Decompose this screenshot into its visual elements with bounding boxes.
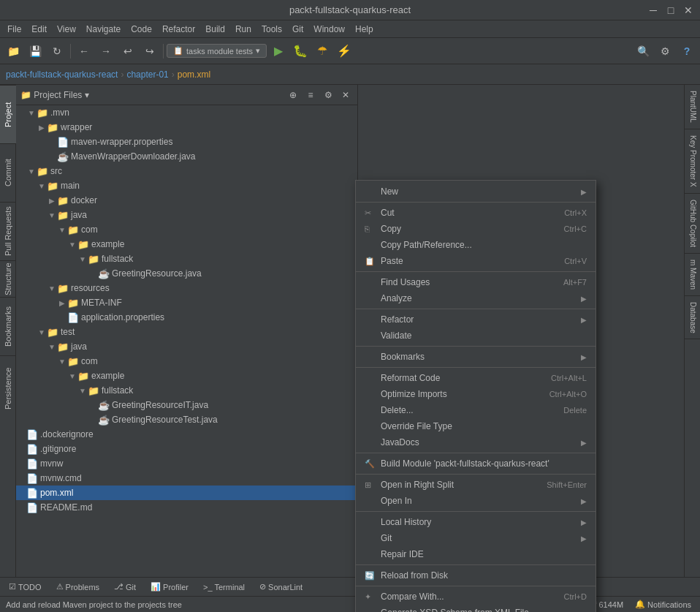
tree-item-wrapper[interactable]: ▶ 📁 wrapper xyxy=(16,120,357,135)
ctx-item-generate-xsd[interactable]: Generate XSD Schema from XML File... xyxy=(356,605,596,612)
ctx-item-copy-path[interactable]: Copy Path/Reference... xyxy=(356,237,596,253)
tree-item-dockerignore[interactable]: 📄 .dockerignore xyxy=(16,427,357,442)
ctx-item-cut[interactable]: ✂ Cut Ctrl+X xyxy=(356,205,596,221)
sidebar-item-structure[interactable]: Structure xyxy=(0,260,16,297)
ctx-item-bookmarks[interactable]: Bookmarks ▶ xyxy=(356,349,596,365)
bottom-tab-profiler[interactable]: 📊 Profiler xyxy=(145,581,194,593)
menu-navigate[interactable]: Navigate xyxy=(82,23,125,36)
profile-button[interactable]: ⚡ xyxy=(334,41,354,61)
close-button[interactable]: ✕ xyxy=(682,4,694,16)
menu-window[interactable]: Window xyxy=(309,23,349,36)
settings-btn[interactable]: ⚙ xyxy=(655,41,675,61)
menu-build[interactable]: Build xyxy=(201,23,229,36)
ctx-item-reformat[interactable]: Reformat Code Ctrl+Alt+L xyxy=(356,370,596,386)
run-configuration[interactable]: 📋 tasks module tests ▾ xyxy=(167,44,267,58)
toolbar-back-btn[interactable]: ← xyxy=(74,41,94,61)
tree-item-greeting-test[interactable]: ☕ GreetingResourceTest.java xyxy=(16,412,357,427)
ctx-item-javadocs[interactable]: JavaDocs ▶ xyxy=(356,434,596,450)
toolbar-forward-btn[interactable]: → xyxy=(96,41,116,61)
ctx-item-delete[interactable]: Delete... Delete xyxy=(356,402,596,418)
tree-item-greeting-resource[interactable]: ☕ GreetingResource.java xyxy=(16,266,357,281)
menu-run[interactable]: Run xyxy=(231,23,256,36)
tree-item-greeting-it[interactable]: ☕ GreetingResourceIT.java xyxy=(16,398,357,412)
tree-item-java-test[interactable]: ▼ 📁 java xyxy=(16,339,357,354)
coverage-button[interactable]: ☂ xyxy=(312,41,332,61)
bottom-tab-problems[interactable]: ⚠ Problems xyxy=(50,581,105,593)
tree-item-app-props[interactable]: 📄 application.properties xyxy=(16,310,357,325)
ctx-item-find-usages[interactable]: Find Usages Alt+F7 xyxy=(356,274,596,290)
ctx-item-open-in[interactable]: Open In ▶ xyxy=(356,493,596,509)
tree-item-mvnw[interactable]: 📄 mvnw xyxy=(16,456,357,471)
breadcrumb-chapter[interactable]: chapter-01 xyxy=(126,69,168,80)
tree-item-mvn[interactable]: ▼ 📁 .mvn xyxy=(16,105,357,120)
bottom-tab-sonarlint[interactable]: ⊘ SonarLint xyxy=(254,581,308,593)
panel-scope-btn[interactable]: ⊕ xyxy=(286,88,300,102)
ctx-item-optimize[interactable]: Optimize Imports Ctrl+Alt+O xyxy=(356,386,596,402)
tree-item-meta-inf[interactable]: ▶ 📁 META-INF xyxy=(16,295,357,310)
menu-code[interactable]: Code xyxy=(126,23,156,36)
menu-tools[interactable]: Tools xyxy=(257,23,286,36)
help-btn[interactable]: ? xyxy=(677,41,697,61)
minimize-button[interactable]: ─ xyxy=(647,4,659,16)
ctx-item-repair-ide[interactable]: Repair IDE xyxy=(356,546,596,562)
tree-item-resources[interactable]: ▼ 📁 resources xyxy=(16,281,357,295)
sidebar-item-bookmarks[interactable]: Bookmarks xyxy=(0,297,16,355)
breadcrumb-project[interactable]: packt-fullstack-quarkus-react xyxy=(6,69,118,80)
tree-item-docker[interactable]: ▶ 📁 docker xyxy=(16,193,357,208)
tree-item-pomxml[interactable]: 📄 pom.xml xyxy=(16,486,357,500)
ctx-item-paste[interactable]: 📋 Paste Ctrl+V xyxy=(356,253,596,269)
tree-item-fullstack[interactable]: ▼ 📁 fullstack xyxy=(16,252,357,266)
bottom-tab-todo[interactable]: ☑ TODO xyxy=(3,581,47,593)
ctx-item-compare[interactable]: ✦ Compare With... Ctrl+D xyxy=(356,589,596,605)
tree-item-com-test[interactable]: ▼ 📁 com xyxy=(16,354,357,369)
ctx-item-open-right-split[interactable]: ⊞ Open in Right Split Shift+Enter xyxy=(356,477,596,493)
ctx-item-override-type[interactable]: Override File Type xyxy=(356,418,596,434)
ctx-item-reload[interactable]: 🔄 Reload from Disk xyxy=(356,567,596,583)
tree-item-example[interactable]: ▼ 📁 example xyxy=(16,237,357,252)
maximize-button[interactable]: □ xyxy=(665,4,677,16)
right-tab-plantuml[interactable]: PlantUML xyxy=(685,85,700,129)
toolbar-undo-btn[interactable]: ↩ xyxy=(118,41,138,61)
panel-gear-btn[interactable]: ⚙ xyxy=(321,88,335,102)
ctx-item-copy[interactable]: ⎘ Copy Ctrl+C xyxy=(356,221,596,237)
ctx-item-build-module[interactable]: 🔨 Build Module 'packt-fullstack-quarkus-… xyxy=(356,456,596,472)
panel-collapse-btn[interactable]: ≡ xyxy=(303,88,318,102)
sidebar-item-persistence[interactable]: Persistence xyxy=(0,355,16,421)
sidebar-item-commit[interactable]: Commit xyxy=(0,143,16,202)
ctx-item-analyze[interactable]: Analyze ▶ xyxy=(356,290,596,306)
ctx-item-new[interactable]: New ▶ xyxy=(356,184,596,200)
right-tab-github-copilot[interactable]: GitHub Copilot xyxy=(685,194,700,254)
tree-item-src[interactable]: ▼ 📁 src xyxy=(16,164,357,178)
breadcrumb-file[interactable]: pom.xml xyxy=(178,69,210,80)
right-tab-maven[interactable]: m Maven xyxy=(685,254,700,296)
bottom-tab-terminal[interactable]: >_ Terminal xyxy=(197,581,251,593)
sidebar-item-pull-requests[interactable]: Pull Requests xyxy=(0,202,16,260)
notifications-button[interactable]: 🔔 Notifications xyxy=(632,600,694,609)
tree-item-example-test[interactable]: ▼ 📁 example xyxy=(16,369,357,383)
menu-edit[interactable]: Edit xyxy=(27,23,51,36)
debug-button[interactable]: 🐛 xyxy=(290,41,311,61)
tree-item-java[interactable]: ▼ 📁 java xyxy=(16,208,357,222)
toolbar-save-btn[interactable]: 💾 xyxy=(25,41,45,61)
tree-item-fullstack-test[interactable]: ▼ 📁 fullstack xyxy=(16,383,357,398)
tree-item-maven-wrapper-props[interactable]: 📄 maven-wrapper.properties xyxy=(16,135,357,149)
toolbar-sync-btn[interactable]: ↻ xyxy=(47,41,67,61)
tree-item-mvnwcmd[interactable]: 📄 mvnw.cmd xyxy=(16,471,357,486)
tree-item-readme[interactable]: 📄 README.md xyxy=(16,500,357,515)
right-tab-key-promoter[interactable]: Key Promoter X xyxy=(685,129,700,194)
tree-item-gitignore[interactable]: 📄 .gitignore xyxy=(16,442,357,456)
tree-item-maven-downloader[interactable]: ☕ MavenWrapperDownloader.java xyxy=(16,149,357,164)
ctx-item-refactor[interactable]: Refactor ▶ xyxy=(356,311,596,328)
menu-refactor[interactable]: Refactor xyxy=(158,23,199,36)
search-everywhere-btn[interactable]: 🔍 xyxy=(633,41,653,61)
sidebar-item-project[interactable]: Project xyxy=(0,85,16,143)
tree-item-com[interactable]: ▼ 📁 com xyxy=(16,222,357,237)
tree-item-main[interactable]: ▼ 📁 main xyxy=(16,178,357,193)
menu-file[interactable]: File xyxy=(3,23,26,36)
menu-git[interactable]: Git xyxy=(288,23,308,36)
toolbar-open-btn[interactable]: 📁 xyxy=(3,41,23,61)
ctx-item-git[interactable]: Git ▶ xyxy=(356,530,596,546)
menu-help[interactable]: Help xyxy=(351,23,378,36)
right-tab-database[interactable]: Database xyxy=(685,296,700,340)
panel-close-btn[interactable]: ✕ xyxy=(338,88,353,102)
